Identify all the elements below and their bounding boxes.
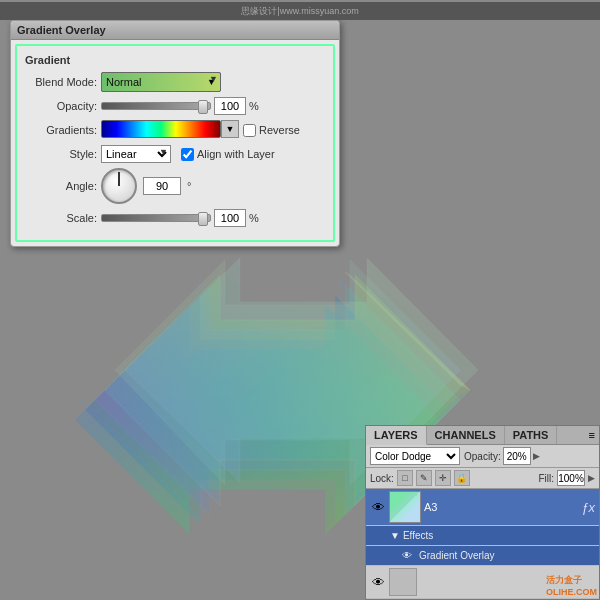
scale-row: Scale: % — [25, 209, 325, 227]
align-label: Align with Layer — [197, 148, 275, 160]
dialog-content: Gradient Blend Mode: Normal Normal ▼ Opa… — [15, 44, 335, 242]
blend-mode-select[interactable]: Normal — [101, 72, 221, 92]
gradient-overlay-dialog: Gradient Overlay Gradient Blend Mode: No… — [10, 20, 340, 247]
lock-row: Lock: □ ✎ ✛ 🔒 Fill: ▶ — [366, 468, 599, 489]
fill-label: Fill: — [538, 473, 554, 484]
align-checkbox-label: Align with Layer — [181, 148, 275, 161]
tab-paths[interactable]: PATHS — [505, 426, 558, 444]
lock-all-btn[interactable]: 🔒 — [454, 470, 470, 486]
opacity-slider-thumb[interactable] — [198, 100, 208, 114]
layers-tabs: LAYERS CHANNELS PATHS ≡ — [366, 426, 599, 445]
partial-layer-thumb — [389, 568, 417, 596]
effects-label: Effects — [403, 530, 433, 541]
angle-value-input[interactable] — [143, 177, 181, 195]
fill-value-input[interactable] — [557, 470, 585, 486]
layer-fx-icon: ƒx — [581, 500, 595, 515]
partial-layer-eye[interactable]: 👁 — [370, 574, 386, 590]
style-label: Style: — [25, 148, 97, 160]
opacity-value-input[interactable] — [214, 97, 246, 115]
gradients-row: Gradients: ▼ Reverse — [25, 120, 325, 140]
dialog-titlebar: Gradient Overlay — [11, 21, 339, 40]
opacity-row: Opacity: % — [25, 97, 325, 115]
layer-thumbnail-a3 — [389, 491, 421, 523]
dialog-title: Gradient Overlay — [17, 24, 106, 36]
gradients-label: Gradients: — [25, 124, 97, 136]
blend-mode-label: Blend Mode: — [25, 76, 97, 88]
scale-percent: % — [249, 212, 259, 224]
opacity-label: Opacity: — [25, 100, 97, 112]
dialog-section-title: Gradient — [25, 54, 325, 66]
effects-arrow-icon: ▼ — [390, 530, 400, 541]
style-row: Style: Linear Align with Layer — [25, 145, 325, 163]
gradient-overlay-label: Gradient Overlay — [419, 550, 495, 561]
scale-label: Scale: — [25, 212, 97, 224]
opacity-slider-container: % — [101, 97, 259, 115]
opacity-slider-track[interactable] — [101, 102, 211, 110]
layer-opacity-input[interactable] — [503, 447, 531, 465]
gradient-bar-wrapper[interactable]: ▼ — [101, 120, 239, 140]
layer-blend-mode-select[interactable]: Color Dodge — [370, 447, 460, 465]
lock-label: Lock: — [370, 473, 394, 484]
angle-knob[interactable] — [101, 168, 137, 204]
blend-mode-row: Blend Mode: Normal Normal ▼ — [25, 72, 325, 92]
lock-transparency-btn[interactable]: □ — [397, 470, 413, 486]
gradient-overlay-icon: 👁 — [402, 550, 412, 561]
layer-name-a3: A3 — [424, 501, 578, 513]
panel-menu-icon[interactable]: ≡ — [585, 426, 599, 444]
style-select-wrapper[interactable]: Linear — [101, 145, 171, 163]
angle-label: Angle: — [25, 180, 97, 192]
gradient-bar[interactable] — [101, 120, 221, 138]
fill-arrow-icon[interactable]: ▶ — [588, 473, 595, 483]
tab-layers[interactable]: LAYERS — [366, 426, 427, 445]
lock-position-btn[interactable]: ✛ — [435, 470, 451, 486]
angle-knob-container: ° — [101, 168, 191, 204]
blend-mode-select-wrapper[interactable]: Normal Normal ▼ — [101, 72, 221, 92]
gradient-bar-arrow[interactable]: ▼ — [221, 120, 239, 138]
angle-row: Angle: ° — [25, 168, 325, 204]
layer-visibility-eye[interactable]: 👁 — [370, 499, 386, 515]
scale-slider-thumb[interactable] — [198, 212, 208, 226]
layer-row-a3[interactable]: 👁 A3 ƒx — [366, 489, 599, 526]
style-select[interactable]: Linear — [101, 145, 171, 163]
reverse-checkbox[interactable] — [243, 124, 256, 137]
brand-label: 活力盒子 OLIHE.COM — [546, 574, 597, 597]
layers-toolbar: Color Dodge Opacity: ▶ — [366, 445, 599, 468]
scale-value-input[interactable] — [214, 209, 246, 227]
layers-panel: LAYERS CHANNELS PATHS ≡ Color Dodge Opac… — [365, 425, 600, 600]
sub-layer-effects: ▼ Effects — [366, 526, 599, 546]
opacity-text-label: Opacity: — [464, 451, 501, 462]
opacity-arrow-icon[interactable]: ▶ — [533, 451, 540, 461]
tab-channels[interactable]: CHANNELS — [427, 426, 505, 444]
align-checkbox[interactable] — [181, 148, 194, 161]
sub-layer-gradient-overlay[interactable]: 👁 Gradient Overlay — [366, 546, 599, 566]
lock-image-btn[interactable]: ✎ — [416, 470, 432, 486]
scale-slider-container: % — [101, 209, 259, 227]
opacity-percent: % — [249, 100, 259, 112]
watermark: 思缘设计|www.missyuan.com — [0, 2, 600, 20]
scale-slider-track[interactable] — [101, 214, 211, 222]
reverse-label: Reverse — [259, 124, 300, 136]
angle-degree: ° — [187, 180, 191, 192]
reverse-checkbox-label: Reverse — [243, 124, 300, 137]
